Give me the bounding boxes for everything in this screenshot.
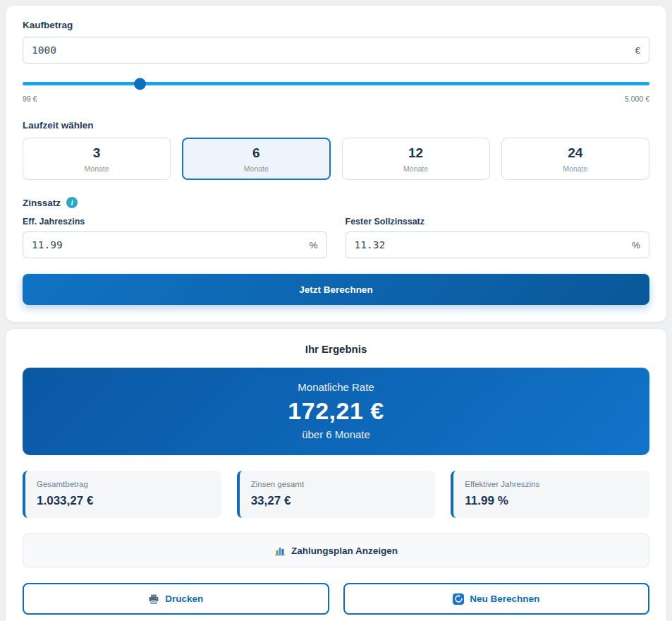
stat-effective-rate: Effektiver Jahreszins 11.99 %	[451, 471, 649, 518]
effective-rate-field: Eff. Jahreszins %	[23, 217, 327, 258]
effective-rate-label: Eff. Jahreszins	[23, 217, 327, 227]
stat-total-interest: Zinsen gesamt 33,27 €	[237, 471, 436, 518]
monthly-rate-value: 172,21 €	[30, 397, 642, 425]
actions-row: Drucken Neu Berechnen	[23, 583, 649, 615]
stat-label: Effektiver Jahreszins	[465, 480, 638, 488]
info-icon[interactable]: i	[66, 197, 78, 208]
stats-row: Gesamtbetrag 1.033,27 € Zinsen gesamt 33…	[23, 471, 649, 518]
print-label: Drucken	[165, 593, 203, 604]
purchase-amount-input[interactable]	[23, 37, 649, 64]
stat-label: Zinsen gesamt	[251, 480, 424, 488]
nominal-rate-field: Fester Sollzinssatz %	[346, 217, 650, 258]
refresh-icon	[453, 593, 464, 605]
stat-value: 1.033,27 €	[37, 494, 210, 508]
results-card: Ihr Ergebnis Monatliche Rate 172,21 € üb…	[6, 329, 666, 621]
percent-suffix: %	[309, 240, 317, 251]
stat-value: 33,27 €	[251, 494, 424, 508]
term-months: 3	[26, 145, 167, 161]
effective-rate-input[interactable]	[23, 231, 327, 258]
printer-icon	[148, 593, 159, 605]
term-months: 6	[185, 145, 326, 161]
term-label: Laufzeit wählen	[23, 120, 649, 131]
term-months: 12	[346, 145, 487, 161]
term-months: 24	[505, 145, 646, 161]
recalculate-button[interactable]: Neu Berechnen	[343, 583, 650, 615]
euro-suffix: €	[635, 45, 640, 56]
interest-label: Zinssatz	[23, 198, 61, 208]
purchase-amount-label: Kaufbetrag	[23, 20, 649, 30]
term-option-3[interactable]: 3 Monate	[23, 138, 171, 180]
results-title: Ihr Ergebnis	[23, 343, 649, 355]
monthly-rate-sub: über 6 Monate	[30, 428, 642, 440]
nominal-rate-input[interactable]	[346, 231, 650, 258]
calculate-button[interactable]: Jetzt Berechnen	[23, 274, 649, 305]
slider-min-label: 99 €	[23, 95, 37, 103]
stat-total-amount: Gesamtbetrag 1.033,27 €	[23, 471, 221, 518]
term-option-6[interactable]: 6 Monate	[182, 138, 330, 180]
term-option-24[interactable]: 24 Monate	[501, 138, 649, 180]
purchase-amount-slider[interactable]	[23, 78, 649, 90]
nominal-rate-label: Fester Sollzinssatz	[346, 217, 650, 227]
slider-handle[interactable]	[134, 78, 146, 90]
term-unit: Monate	[346, 164, 487, 173]
payment-plan-button[interactable]: Zahlungsplan Anzeigen	[23, 533, 649, 567]
bar-chart-icon	[274, 545, 286, 556]
term-unit: Monate	[26, 164, 167, 173]
monthly-rate-label: Monatliche Rate	[30, 381, 642, 393]
term-unit: Monate	[185, 164, 326, 173]
term-option-12[interactable]: 12 Monate	[342, 138, 490, 180]
slider-limits: 99 € 5.000 €	[23, 95, 649, 103]
term-options: 3 Monate 6 Monate 12 Monate 24 Monate	[23, 138, 649, 180]
slider-max-label: 5.000 €	[625, 95, 649, 103]
print-button[interactable]: Drucken	[23, 583, 329, 615]
purchase-amount-wrap: €	[23, 37, 649, 64]
stat-label: Gesamtbetrag	[37, 480, 210, 488]
recalculate-label: Neu Berechnen	[470, 593, 539, 604]
percent-suffix: %	[632, 240, 640, 251]
stat-value: 11.99 %	[465, 494, 638, 508]
calculator-card: Kaufbetrag € 99 € 5.000 € Laufzeit wähle…	[6, 6, 666, 322]
slider-track[interactable]	[23, 82, 649, 85]
term-unit: Monate	[505, 164, 646, 173]
payment-plan-label: Zahlungsplan Anzeigen	[291, 545, 398, 556]
monthly-rate-panel: Monatliche Rate 172,21 € über 6 Monate	[23, 368, 649, 455]
